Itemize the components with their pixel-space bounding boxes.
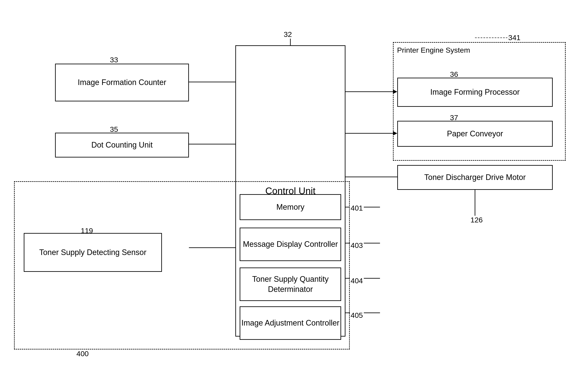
toner-supply-detecting-sensor-label: Toner Supply Detecting Sensor xyxy=(39,247,146,258)
label-36: 36 xyxy=(449,70,459,78)
toner-supply-quantity-determinator-box: Toner Supply Quantity Determinator xyxy=(240,268,341,301)
printer-engine-system-label: Printer Engine System xyxy=(397,45,470,55)
paper-conveyor-box: Paper Conveyor xyxy=(397,121,553,147)
label-401: 401 xyxy=(350,204,364,212)
label-35: 35 xyxy=(109,125,119,134)
dot-counting-unit-label: Dot Counting Unit xyxy=(91,140,153,150)
image-forming-processor-label: Image Forming Processor xyxy=(430,87,520,97)
paper-conveyor-label: Paper Conveyor xyxy=(447,129,503,139)
label-341: 341 xyxy=(508,33,522,42)
label-126: 126 xyxy=(470,216,484,224)
dot-counting-unit-box: Dot Counting Unit xyxy=(55,133,189,157)
label-32: 32 xyxy=(283,30,293,39)
toner-discharger-drive-motor-label: Toner Discharger Drive Motor xyxy=(424,172,526,183)
image-adjustment-controller-label: Image Adjustment Controller xyxy=(242,318,340,328)
memory-label: Memory xyxy=(276,202,304,212)
label-400: 400 xyxy=(76,350,90,358)
diagram: 32 Control Unit 33 Image Formation Count… xyxy=(0,0,581,392)
image-formation-counter-box: Image Formation Counter xyxy=(55,64,189,101)
label-403: 403 xyxy=(350,241,364,250)
label-405: 405 xyxy=(350,311,364,320)
message-display-controller-label: Message Display Controller xyxy=(243,239,338,249)
toner-supply-quantity-determinator-label: Toner Supply Quantity Determinator xyxy=(240,274,340,295)
label-404: 404 xyxy=(350,277,364,285)
image-formation-counter-label: Image Formation Counter xyxy=(78,77,166,88)
message-display-controller-box: Message Display Controller xyxy=(240,228,341,261)
image-forming-processor-box: Image Forming Processor xyxy=(397,78,553,107)
memory-box: Memory xyxy=(240,194,341,220)
label-33: 33 xyxy=(109,56,119,64)
toner-supply-detecting-sensor-box: Toner Supply Detecting Sensor xyxy=(24,233,162,272)
image-adjustment-controller-box: Image Adjustment Controller xyxy=(240,306,341,340)
toner-discharger-drive-motor-box: Toner Discharger Drive Motor xyxy=(397,165,553,190)
